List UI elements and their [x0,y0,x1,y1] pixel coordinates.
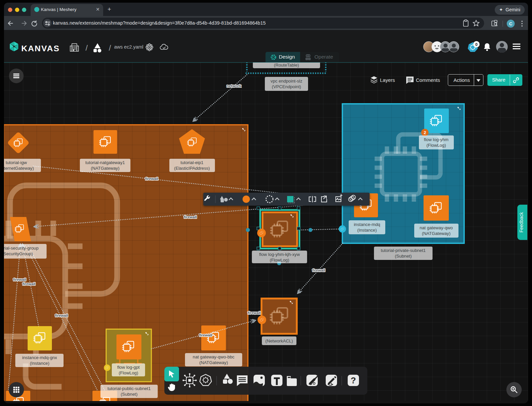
svg-text:flow log-yhm: flow log-yhm [424,137,448,142]
svg-text:instance-mdq: instance-mdq [354,222,380,227]
svg-text:firewall: firewall [312,268,325,272]
svg-text:(Instance): (Instance) [30,361,50,366]
svg-text:(FlowLog): (FlowLog) [119,370,138,375]
svg-text:nat gateway-qwo: nat gateway-qwo [420,225,453,230]
svg-text:tutorial-eip1: tutorial-eip1 [181,160,204,165]
svg-text:(ElasticIPAddress): (ElasticIPAddress) [174,166,210,171]
svg-text:?: ? [351,375,356,385]
svg-text:2: 2 [424,130,426,135]
svg-text:(Subnet): (Subnet) [395,254,412,259]
svg-text:tutorial-private-subnet1: tutorial-private-subnet1 [381,248,426,253]
svg-text:(NATGateway): (NATGateway) [422,231,450,236]
svg-text:instance-mdq-gnx: instance-mdq-gnx [22,355,57,360]
svg-text:(NATGateway): (NATGateway) [91,166,119,171]
svg-text:C: C [509,21,512,26]
svg-text:flow log-gpt: flow log-gpt [117,365,140,370]
svg-text:/: / [109,43,111,52]
svg-text:(SecurityGroup): (SecurityGroup) [4,251,33,256]
svg-text:tutorial-public-subnet1: tutorial-public-subnet1 [107,386,151,391]
svg-text:network: network [227,84,242,88]
svg-text:firewall: firewall [248,311,261,315]
svg-text:tutorial-natgateway1: tutorial-natgateway1 [86,160,125,165]
svg-text:firewall: firewall [184,215,197,219]
svg-text:(FlowLog): (FlowLog) [270,258,289,263]
svg-text:firewall: firewall [13,278,26,282]
svg-text:flow log-yhm-kjh-xyw: flow log-yhm-kjh-xyw [259,252,300,257]
svg-text:firewall: firewall [199,333,212,337]
svg-text:(NetworkACL): (NetworkACL) [266,338,293,343]
svg-text:nat gateway-qwo-bbc: nat gateway-qwo-bbc [193,354,235,359]
svg-text:firewall: firewall [55,313,68,317]
svg-text:(VPCEndpoint): (VPCEndpoint) [272,84,301,89]
svg-text:(Instance): (Instance) [357,228,377,233]
svg-text:0: 0 [475,42,478,47]
svg-text:tutorial-igw: tutorial-igw [6,160,27,165]
svg-text:vpc endpoint-slz: vpc endpoint-slz [270,79,302,84]
svg-text:(NATGateway): (NATGateway) [199,360,228,365]
svg-text:(InternetGateway): (InternetGateway) [4,166,34,171]
svg-text:(Subnet): (Subnet) [121,392,138,397]
svg-text:(RouteTable): (RouteTable) [274,63,299,68]
svg-text:/: / [86,43,88,52]
svg-text:firewall: firewall [22,282,36,286]
svg-text:tutorial-security-group: tutorial-security-group [4,246,39,251]
svg-text:(FlowLog): (FlowLog) [427,143,446,148]
svg-text:firewall: firewall [145,177,158,181]
